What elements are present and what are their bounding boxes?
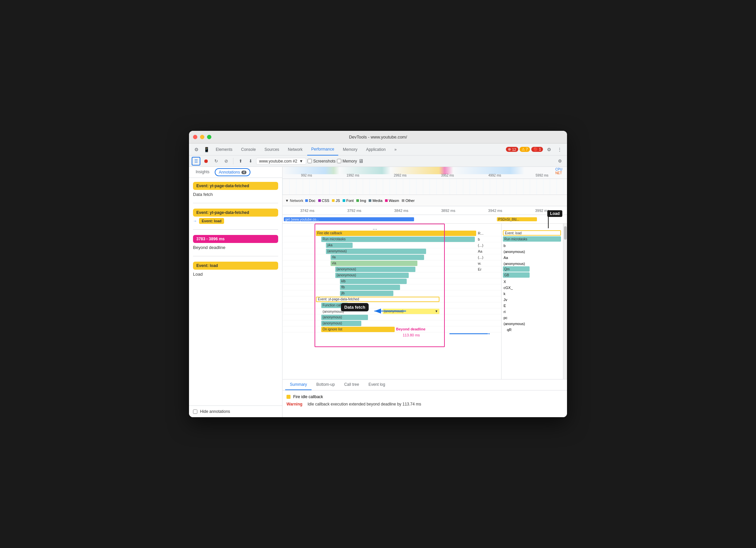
- flame-row-r4[interactable]: Aa: [502, 254, 509, 260]
- annotation-tag-3[interactable]: 3783 - 3896 ms: [193, 235, 278, 243]
- flame-block-anon-dd[interactable]: (anonymous)▼: [383, 309, 439, 314]
- maximize-button[interactable]: [207, 135, 211, 139]
- screenshots-checkbox[interactable]: [308, 159, 312, 163]
- record-button[interactable]: ⏺: [202, 157, 210, 166]
- flame-block-event-ytpage[interactable]: Event: yt-page-data-fetched: [316, 297, 439, 302]
- flame-row-r12[interactable]: E: [502, 302, 507, 308]
- flame-row-15[interactable]: (anonymous): [282, 320, 501, 326]
- flame-block-anon-15[interactable]: (anonymous): [321, 321, 361, 326]
- tab-console[interactable]: Console: [237, 144, 260, 156]
- flame-row-10[interactable]: jlb: [282, 290, 501, 296]
- bottom-tab-calltree[interactable]: Call tree: [340, 379, 364, 390]
- flame-row-7[interactable]: (anonymous): [282, 272, 501, 278]
- flame-block-yka[interactable]: yka: [326, 243, 353, 248]
- flame-row-r10[interactable]: k: [502, 290, 507, 296]
- hide-annotations-checkbox[interactable]: [193, 409, 197, 414]
- flame-row-2[interactable]: yka: [282, 242, 501, 248]
- screenshots-checkbox-label[interactable]: Screenshots: [308, 159, 336, 164]
- info-badge[interactable]: 🔴 1: [531, 147, 543, 152]
- upload-button[interactable]: ⬆: [236, 157, 245, 166]
- flame-row-r0[interactable]: Event: load: [502, 230, 562, 236]
- flame-row-r14[interactable]: pc: [502, 314, 509, 320]
- download-button[interactable]: ⬇: [246, 157, 255, 166]
- annotation-tag-4[interactable]: Event: load: [193, 262, 278, 270]
- flame-block-fire-idle[interactable]: Fire idle callback: [316, 231, 476, 236]
- bottom-tab-summary[interactable]: Summary: [285, 379, 312, 390]
- flame-row-12[interactable]: Function call: [282, 302, 501, 308]
- clear-button[interactable]: ⊘: [222, 157, 230, 166]
- event-load-block[interactable]: Event: load: [503, 230, 561, 236]
- flame-chart-main[interactable]: ··· Fire idle callback Run microtasks yk…: [282, 224, 567, 379]
- flame-block-ignore[interactable]: On ignore list: [321, 327, 395, 332]
- annotations-tab[interactable]: Annotations 4: [215, 168, 250, 176]
- run-micro-r[interactable]: Run microtasks: [503, 236, 561, 242]
- more-options-icon[interactable]: ⋮: [555, 145, 564, 154]
- flame-block-klb[interactable]: klb: [340, 279, 407, 284]
- flame-row-r15[interactable]: (anonymous): [502, 320, 526, 326]
- capture-settings-button[interactable]: ⚙: [556, 157, 564, 166]
- flame-block-flb[interactable]: flb: [340, 285, 400, 290]
- minimize-button[interactable]: [200, 135, 204, 139]
- qm-block[interactable]: Qm: [503, 266, 530, 272]
- tab-more[interactable]: »: [390, 144, 401, 156]
- tab-network[interactable]: Network: [284, 144, 307, 156]
- flame-block-anon-6[interactable]: (anonymous): [335, 267, 415, 272]
- flame-row-r16[interactable]: qR: [506, 326, 513, 332]
- tab-sources[interactable]: Sources: [260, 144, 283, 156]
- arrow-target-tag[interactable]: Event: load: [199, 218, 224, 224]
- close-button[interactable]: [193, 135, 197, 139]
- flame-row-r9[interactable]: cGX_: [502, 284, 514, 290]
- annotation-tag-2[interactable]: Event: yt-page-data-fetched: [193, 209, 278, 217]
- flame-block-vla[interactable]: vla: [331, 261, 417, 266]
- flame-row-13[interactable]: (anonymous) (anonymous)▼: [282, 308, 501, 314]
- bottom-tab-eventlog[interactable]: Event log: [364, 379, 390, 390]
- error-badge[interactable]: ⊗12: [506, 147, 518, 152]
- settings-icon[interactable]: ⚙: [544, 145, 554, 154]
- insights-tab[interactable]: Insights: [192, 167, 213, 178]
- inspect-icon[interactable]: ⚙: [192, 145, 201, 154]
- memory-checkbox-label[interactable]: Memory: [337, 159, 357, 164]
- flame-block-run-micro[interactable]: Run microtasks: [321, 237, 475, 242]
- network-get-bar[interactable]: get (www.youtube.co...: [284, 217, 414, 221]
- scrollbar-thumb[interactable]: [564, 226, 567, 240]
- flame-row-6[interactable]: (anonymous): [282, 266, 501, 272]
- flame-row-4[interactable]: rla: [282, 254, 501, 260]
- flame-row-0[interactable]: Fire idle callback: [282, 230, 501, 236]
- network-psd-bar[interactable]: PSDnSl_8fd...: [497, 217, 537, 221]
- flame-row-r1[interactable]: Run microtasks: [502, 236, 562, 242]
- tab-application[interactable]: Application: [362, 144, 390, 156]
- flame-row-r13[interactable]: ri: [502, 308, 507, 314]
- annotation-tag-1[interactable]: Event: yt-page-data-fetched: [193, 182, 278, 190]
- flame-row-3[interactable]: (anonymous): [282, 248, 501, 254]
- flame-left[interactable]: ··· Fire idle callback Run microtasks yk…: [282, 224, 501, 379]
- flame-overview[interactable]: [282, 179, 567, 195]
- flame-row-r5[interactable]: (anonymous): [502, 260, 526, 266]
- tab-memory[interactable]: Memory: [339, 144, 361, 156]
- vertical-scrollbar[interactable]: [563, 224, 567, 379]
- flame-row-r8[interactable]: X: [502, 278, 507, 284]
- tab-performance[interactable]: Performance: [307, 144, 338, 156]
- flame-right[interactable]: Event: load Run microtasks b (anonymous)…: [501, 224, 563, 379]
- gb-block[interactable]: GB: [503, 272, 530, 278]
- bottom-tab-bottomup[interactable]: Bottom-up: [312, 379, 339, 390]
- flame-row-8[interactable]: klb: [282, 278, 501, 284]
- flame-block-rla[interactable]: rla: [331, 255, 424, 260]
- flame-block-anon-7[interactable]: (anonymous): [335, 273, 409, 278]
- memory-checkbox[interactable]: [337, 159, 341, 163]
- url-select[interactable]: www.youtube.com #2 ▼: [256, 158, 306, 165]
- flame-block-jlb[interactable]: jlb: [340, 291, 393, 296]
- flame-row-16[interactable]: On ignore list: [282, 326, 501, 332]
- flame-row-r2[interactable]: b: [502, 242, 507, 248]
- flame-row-11[interactable]: Event: yt-page-data-fetched: [282, 296, 501, 302]
- tab-elements[interactable]: Elements: [212, 144, 236, 156]
- flame-row-9[interactable]: flb: [282, 284, 501, 290]
- network-bar-row[interactable]: get (www.youtube.co... PSDnSl_8fd... Loa…: [282, 215, 567, 224]
- flame-block-anon-3[interactable]: (anonymous): [326, 249, 426, 254]
- device-mode-icon[interactable]: 📱: [202, 145, 211, 154]
- flame-row-14[interactable]: (anonymous): [282, 314, 501, 320]
- reload-button[interactable]: ↻: [212, 157, 220, 166]
- flame-row-1[interactable]: Run microtasks: [282, 236, 501, 242]
- sidebar-toggle-button[interactable]: ☰: [192, 157, 200, 166]
- flame-row-r11[interactable]: Jv: [502, 296, 509, 302]
- flame-row-5[interactable]: vla: [282, 260, 501, 266]
